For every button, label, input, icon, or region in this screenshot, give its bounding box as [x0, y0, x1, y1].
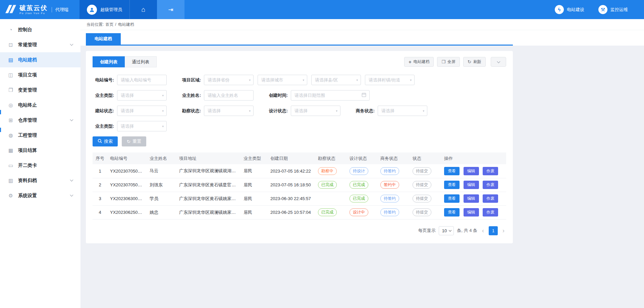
- view-button[interactable]: 查看: [444, 167, 460, 175]
- sidebar-item-class2-card[interactable]: ▭ 开二类卡: [0, 158, 80, 173]
- owner-name-input[interactable]: [204, 90, 254, 101]
- edit-button[interactable]: 编辑: [464, 208, 479, 217]
- tab-create-list[interactable]: 创建列表: [93, 56, 125, 67]
- view-button[interactable]: 查看: [444, 181, 460, 189]
- city-select[interactable]: 请选择城市 ▾: [258, 75, 307, 85]
- page-tab-station-archive[interactable]: 电站建档: [86, 33, 121, 45]
- void-button[interactable]: 作废: [483, 181, 498, 189]
- card-icon: ▭: [8, 163, 14, 169]
- fullscreen-icon: ❒: [441, 59, 445, 64]
- owner-type2-select[interactable]: 请选择 ▾: [117, 121, 167, 131]
- next-page-button[interactable]: ›: [501, 228, 506, 234]
- refresh-button[interactable]: ↻ 刷新: [463, 57, 486, 67]
- sidebar-item-station-archive[interactable]: ▤ 电站建档: [0, 52, 80, 67]
- business-status-placeholder: 请选择: [381, 108, 394, 114]
- cell-owner-type: 居民: [241, 205, 268, 219]
- sidebar-item-change-mgmt[interactable]: ❐ 变更管理: [0, 82, 80, 98]
- design-status-label: 设计状态:: [266, 108, 288, 114]
- sidebar-item-engineering-mgmt[interactable]: ◍ 工程管理: [0, 128, 80, 143]
- void-button[interactable]: 作废: [483, 167, 498, 175]
- sidebar-item-project-settlement[interactable]: ▦ 项目结算: [0, 143, 80, 158]
- chevron-down-icon: ▾: [423, 109, 424, 113]
- edit-button[interactable]: 编辑: [464, 194, 479, 203]
- void-button[interactable]: 作废: [483, 194, 498, 203]
- reset-button[interactable]: ↻ 重置: [122, 136, 146, 146]
- reset-icon: ↻: [127, 139, 130, 144]
- sidebar-item-station-terminate[interactable]: ◎ 电站终止: [0, 98, 80, 113]
- owner-type-select[interactable]: 请选择 ▾: [117, 90, 167, 101]
- status-badge: 待提交: [413, 167, 431, 175]
- table-row: 2 YX2023070500010 刘强东 广东深圳龙华区黄石镇星官大… 居民 …: [93, 178, 506, 192]
- sidebar-item-label: 工程管理: [18, 132, 37, 138]
- app-subtitle: Po Jian Yun Fu: [19, 12, 48, 15]
- chevron-down-icon: ▾: [336, 109, 337, 113]
- lightning-icon: ϟ: [555, 5, 564, 14]
- void-button[interactable]: 作废: [483, 208, 498, 217]
- sidebar-item-general-mgmt[interactable]: ⊡ 常规管理: [0, 37, 80, 52]
- design-status-badge: 设计中: [350, 208, 368, 216]
- owner-type2-label: 业主类型:: [93, 123, 114, 129]
- province-placeholder: 请选择省份: [208, 77, 229, 83]
- county-select[interactable]: 请选择县/区 ▾: [311, 75, 361, 85]
- page-size-select[interactable]: 10: [439, 226, 454, 235]
- nav-station-build[interactable]: ϟ 电站建设: [555, 5, 584, 14]
- chevron-down-icon: ▾: [162, 109, 164, 113]
- sidebar-item-archive-files[interactable]: ▥ 资料归档: [0, 173, 80, 188]
- fullscreen-button[interactable]: ❒ 全屏: [437, 57, 460, 67]
- sidebar-item-label: 仓库管理: [18, 117, 37, 123]
- col-status: 状态: [410, 152, 441, 164]
- owner-type-placeholder: 请选择: [121, 93, 134, 99]
- per-page-label: 每页显示: [418, 228, 436, 234]
- sidebar-item-label: 变更管理: [18, 87, 37, 93]
- chevron-down-icon: ▾: [249, 78, 251, 82]
- business-status-badge: 待签约: [380, 195, 399, 202]
- province-select[interactable]: 请选择省份 ▾: [204, 75, 254, 85]
- filter-form: 电站编号: 项目区域: 请选择省份 ▾ 请选择城市 ▾: [93, 75, 506, 146]
- edit-button[interactable]: 编辑: [464, 181, 479, 189]
- cell-station-no: YX2023070500011: [107, 164, 147, 178]
- page-number[interactable]: 1: [489, 226, 498, 235]
- logout-button[interactable]: ⇥: [157, 0, 184, 19]
- design-status-badge: 已完成: [350, 195, 368, 202]
- business-status-select[interactable]: 请选择 ▾: [378, 106, 427, 116]
- top-bar: 破茧云伏 Po Jian Yun Fu 代理端 超级管理员 ⌂ ⇥ ϟ 电站建设…: [0, 0, 644, 19]
- breadcrumb-current: 电站建档: [118, 22, 134, 27]
- station-no-input[interactable]: [117, 75, 167, 85]
- avatar: [87, 5, 97, 15]
- town-select[interactable]: 请选择村镇/街道 ▾: [365, 75, 415, 85]
- terminate-icon: ◎: [8, 102, 14, 108]
- change-icon: ❐: [8, 87, 14, 93]
- date-range-input[interactable]: 请选择日期范围: [291, 90, 370, 101]
- chevron-down-icon: [449, 229, 451, 232]
- business-status-badge: 待签约: [380, 208, 399, 216]
- chevron-down-icon: ▾: [303, 78, 304, 82]
- view-button[interactable]: 查看: [444, 208, 460, 217]
- build-status-select[interactable]: 请选择 ▾: [117, 106, 167, 116]
- build-status-label: 建站状态:: [93, 108, 114, 114]
- survey-status-placeholder: 请选择: [208, 108, 221, 114]
- refresh-label: 刷新: [473, 59, 481, 65]
- collapse-toolbar-button[interactable]: [491, 57, 506, 67]
- edit-button[interactable]: 编辑: [464, 167, 479, 175]
- plus-icon: +: [409, 59, 411, 65]
- main-area: 当前位置: 首页 / 电站建档 电站建档 创建列表 通过列表 + 电站建: [80, 19, 644, 308]
- search-button[interactable]: 搜索: [93, 136, 118, 146]
- logo-icon: [5, 4, 17, 15]
- view-button[interactable]: 查看: [444, 194, 460, 203]
- sidebar-item-console[interactable]: ◔ 控制台: [0, 22, 80, 37]
- cell-address: 广东深圳龙华区黄石镇星官大…: [176, 178, 241, 192]
- survey-status-select[interactable]: 请选择 ▾: [204, 106, 254, 116]
- table-row: 1 YX2023070500011 马云 广东深圳龙华区观澜镇观湖路… 居民 2…: [93, 164, 506, 178]
- sidebar-item-project-approval[interactable]: ◫ 项目立项: [0, 67, 80, 82]
- breadcrumb-home[interactable]: 首页: [105, 22, 113, 27]
- sidebar-item-warehouse-mgmt[interactable]: ⊞ 仓库管理: [0, 113, 80, 128]
- tab-passed-list[interactable]: 通过列表: [125, 56, 157, 67]
- design-status-select[interactable]: 请选择 ▾: [291, 106, 340, 116]
- search-icon: [98, 139, 102, 144]
- add-station-button[interactable]: + 电站建档: [404, 57, 434, 67]
- prev-page-button[interactable]: ‹: [480, 228, 486, 234]
- home-button[interactable]: ⌂: [129, 0, 157, 19]
- sidebar-item-system-settings[interactable]: ⚙ 系统设置: [0, 188, 80, 203]
- nav-monitor-ops[interactable]: ⚒ 监控运维: [598, 5, 628, 14]
- user-menu[interactable]: 超级管理员: [79, 0, 129, 19]
